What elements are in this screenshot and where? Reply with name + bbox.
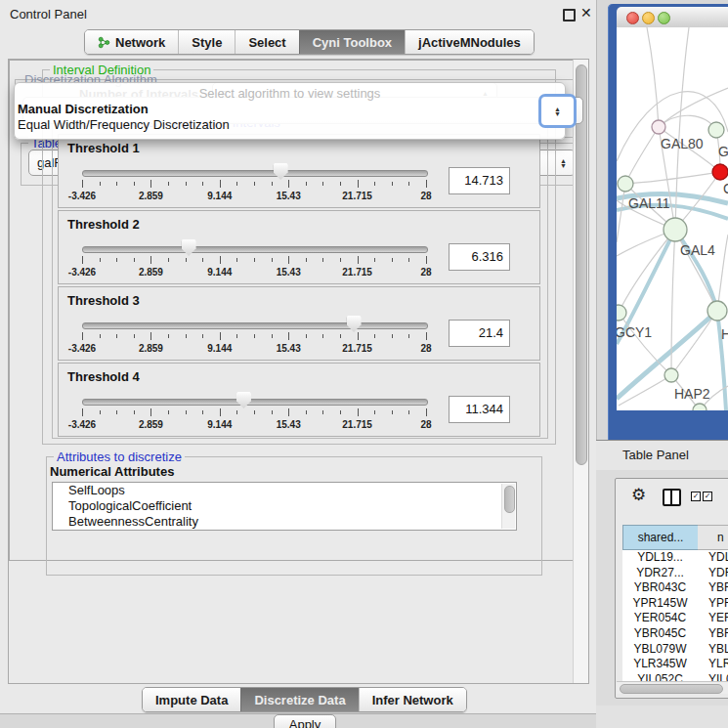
close-traffic-light-icon[interactable] xyxy=(626,12,639,24)
minimize-traffic-light-icon[interactable] xyxy=(642,12,655,24)
apply-button[interactable]: Apply xyxy=(274,714,336,728)
table-row-name[interactable]: YBR0 xyxy=(708,580,728,594)
attribute-list-item[interactable]: SelfLoops xyxy=(53,483,516,498)
network-node[interactable] xyxy=(664,218,687,241)
table-row-shared-name[interactable]: YDL19... xyxy=(622,550,698,564)
horizontal-scrollbar[interactable] xyxy=(617,681,728,694)
tick-label: 2.859 xyxy=(139,191,163,201)
threshold-value-field[interactable]: 6.316 xyxy=(449,243,510,271)
table-row-name[interactable]: YBL0 xyxy=(708,642,728,656)
table-row-name[interactable]: YBR0 xyxy=(708,626,728,640)
tab-select[interactable]: Select xyxy=(235,30,298,54)
minor-tick xyxy=(272,410,273,414)
tick-label: -3.426 xyxy=(68,343,96,354)
major-tick xyxy=(150,408,151,416)
network-node[interactable] xyxy=(617,305,626,321)
slider-track[interactable] xyxy=(82,246,428,253)
threshold-panel: Threshold 1-3.4262.8599.14415.4321.71528… xyxy=(58,134,540,208)
network-node[interactable] xyxy=(652,120,665,134)
slider-track[interactable] xyxy=(82,170,428,177)
attribute-list-item[interactable]: BetweennessCentrality xyxy=(53,514,516,530)
threshold-value-field[interactable]: 21.4 xyxy=(449,320,510,347)
table-row-name[interactable]: YDL1 xyxy=(708,550,728,564)
slider-thumb[interactable] xyxy=(274,163,288,180)
slider-thumb[interactable] xyxy=(182,239,196,256)
node-label: GAL80 xyxy=(661,136,704,151)
tick-label: 15.43 xyxy=(277,191,301,201)
major-tick xyxy=(220,332,221,340)
network-canvas[interactable]: GAL80GAGAL11CGAL4GCY1HHAP2 xyxy=(617,27,728,410)
horizontal-scrollbar-thumb[interactable] xyxy=(620,684,723,694)
algorithm-select-focus-ring[interactable]: ▲▼ xyxy=(538,94,577,128)
network-node[interactable] xyxy=(708,122,724,138)
network-node-selected[interactable] xyxy=(712,164,728,180)
table-row-name[interactable]: YDR2 xyxy=(708,566,728,579)
threshold-panel: Threshold 4-3.4262.8599.14415.4321.71528… xyxy=(58,363,540,437)
tab-impute-data[interactable]: Impute Data xyxy=(143,688,240,711)
table-row-shared-name[interactable]: YBR043C xyxy=(622,580,698,594)
zoom-traffic-light-icon[interactable] xyxy=(658,12,670,24)
network-node[interactable] xyxy=(618,176,633,192)
tick-label: 15.43 xyxy=(277,267,301,278)
network-node[interactable] xyxy=(664,368,678,382)
slider-track[interactable] xyxy=(82,322,428,329)
settings-scrollbar-thumb[interactable] xyxy=(576,64,581,465)
major-tick xyxy=(358,408,359,416)
attributes-list[interactable]: SelfLoopsTopologicalCoefficientBetweenne… xyxy=(52,482,517,531)
column-header-shared-name[interactable]: shared... xyxy=(622,525,699,550)
tab-infer-network[interactable]: Infer Network xyxy=(359,688,466,711)
major-tick xyxy=(426,408,427,416)
tab-style[interactable]: Style xyxy=(178,30,235,54)
tab-label: Impute Data xyxy=(155,693,228,707)
algorithm-option[interactable]: Manual Discretization xyxy=(18,102,149,116)
bottom-tab-bar: Impute DataDiscretize DataInfer Network xyxy=(142,687,467,712)
close-icon[interactable]: ✕ xyxy=(580,5,592,21)
minor-tick xyxy=(134,182,135,186)
checkbox-icon[interactable]: ✓ xyxy=(703,492,712,501)
minor-tick xyxy=(374,334,375,338)
node-label: H xyxy=(721,326,728,342)
minor-tick xyxy=(254,258,255,262)
algorithm-option[interactable]: Equal Width/Frequency Discretization xyxy=(18,117,230,132)
table-row-shared-name[interactable]: YDR27... xyxy=(622,566,698,579)
top-tab-bar: NetworkStyleSelectCyni ToolboxjActiveMNo… xyxy=(84,29,535,55)
table-row-shared-name[interactable]: YLR345W xyxy=(622,657,698,670)
slider-thumb[interactable] xyxy=(236,392,251,408)
tab-cyni-toolbox[interactable]: Cyni Toolbox xyxy=(299,30,405,54)
tab-jactivemnodules[interactable]: jActiveMNodules xyxy=(405,30,534,54)
table-row-shared-name[interactable]: YER054C xyxy=(622,611,698,624)
list-scrollbar-thumb[interactable] xyxy=(504,486,515,513)
gear-icon[interactable]: ⚙ xyxy=(631,485,646,505)
slider-track[interactable] xyxy=(82,399,428,406)
slider-thumb[interactable] xyxy=(347,316,362,332)
table-row-name[interactable]: YER0 xyxy=(708,611,728,624)
float-window-icon[interactable] xyxy=(563,9,576,21)
threshold-value-field[interactable]: 11.344 xyxy=(449,396,510,423)
network-node[interactable] xyxy=(707,301,727,321)
minor-tick xyxy=(168,258,169,262)
minor-tick xyxy=(100,258,101,262)
split-table-icon[interactable] xyxy=(663,489,681,506)
network-view-titlebar[interactable] xyxy=(617,7,728,28)
tab-discretize-data[interactable]: Discretize Data xyxy=(240,688,358,711)
minor-tick xyxy=(408,410,409,414)
table-row-shared-name[interactable]: YPR145W xyxy=(622,596,698,610)
threshold-value-field[interactable]: 14.713 xyxy=(449,167,510,194)
table-row-name[interactable]: YPR1 xyxy=(708,596,728,610)
checkbox-icon[interactable]: ✓ xyxy=(691,492,701,501)
control-panel-window: Control Panel ✕ NetworkStyleSelectCyni T… xyxy=(0,0,597,714)
minor-tick xyxy=(116,410,117,414)
minor-tick xyxy=(306,182,307,186)
tab-network[interactable]: Network xyxy=(85,30,178,54)
table-row-shared-name[interactable]: YBR045C xyxy=(622,626,698,640)
column-header-name[interactable]: n xyxy=(698,525,728,550)
minor-tick xyxy=(392,410,393,414)
table-row-shared-name[interactable]: YBL079W xyxy=(622,642,698,656)
algorithm-dropdown-popup: Select algorithm to view settings Manual… xyxy=(14,82,566,140)
attribute-list-item[interactable]: TopologicalCoefficient xyxy=(53,498,516,514)
table-row-name[interactable]: YLR3 xyxy=(708,657,728,670)
algorithm-hint-item[interactable]: Select algorithm to view settings xyxy=(15,86,565,101)
major-tick xyxy=(220,408,221,416)
settings-scrollbar[interactable] xyxy=(573,60,581,561)
list-scrollbar[interactable] xyxy=(501,484,515,529)
